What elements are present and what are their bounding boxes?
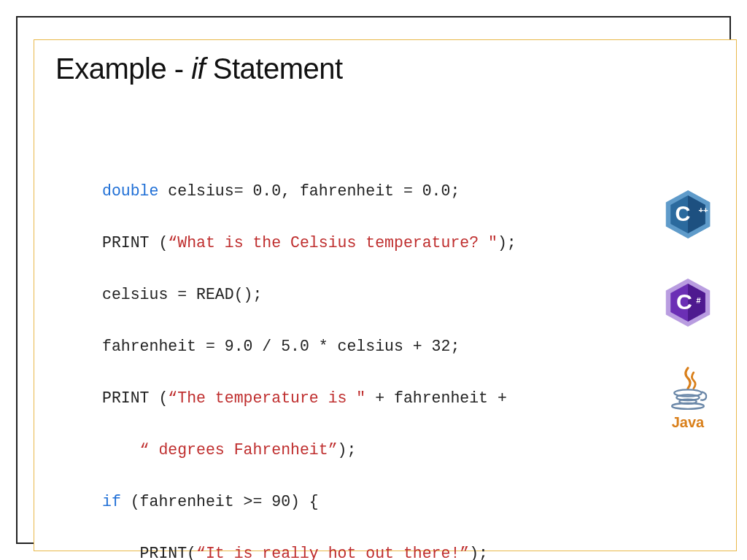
title-italic: if bbox=[191, 52, 205, 85]
code-line-1: double celsius= 0.0, fahrenheit = 0.0; bbox=[102, 179, 516, 204]
slide-title: Example - if Statement bbox=[55, 52, 343, 85]
csharp-icon: C # bbox=[662, 276, 714, 332]
string-literal: “What is the Celsius temperature? " bbox=[168, 234, 498, 252]
svg-text:C: C bbox=[675, 202, 690, 225]
code-line-7: if (fahrenheit >= 90) { bbox=[102, 489, 516, 515]
java-label: Java bbox=[659, 414, 716, 431]
string-literal: “ degrees Fahrenheit” bbox=[140, 441, 338, 459]
code-line-8: PRINT(“It is really hot out there!”); bbox=[102, 541, 516, 560]
code-block: double celsius= 0.0, fahrenheit = 0.0; P… bbox=[102, 153, 516, 560]
string-literal: “It is really hot out there!” bbox=[196, 545, 469, 560]
code-line-3: celsius = READ(); bbox=[102, 282, 516, 308]
svg-text:#: # bbox=[697, 296, 701, 305]
svg-point-14 bbox=[672, 403, 704, 409]
keyword-double: double bbox=[102, 182, 158, 200]
code-line-4: fahrenheit = 9.0 / 5.0 * celsius + 32; bbox=[102, 334, 516, 359]
svg-text:C: C bbox=[676, 289, 692, 314]
cpp-icon: C ++ bbox=[662, 188, 714, 244]
language-icons: C ++ C # Java bbox=[659, 188, 716, 431]
java-icon: Java bbox=[659, 365, 716, 431]
keyword-if: if bbox=[102, 493, 121, 510]
title-post: Statement bbox=[205, 52, 342, 85]
string-literal: “The temperature is " bbox=[168, 389, 365, 407]
code-line-2: PRINT (“What is the Celsius temperature?… bbox=[102, 230, 516, 256]
code-line-6: “ degrees Fahrenheit”); bbox=[102, 438, 516, 463]
title-pre: Example - bbox=[55, 52, 191, 85]
svg-text:++: ++ bbox=[698, 206, 708, 214]
code-line-5: PRINT (“The temperature is " + fahrenhei… bbox=[102, 386, 516, 411]
